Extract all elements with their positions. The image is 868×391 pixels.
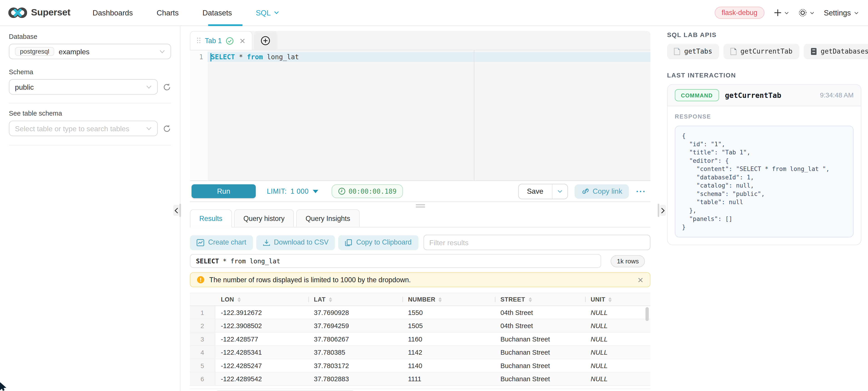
command-name: getCurrentTab bbox=[725, 91, 781, 99]
interaction-card-header: COMMAND getCurrentTab 9:34:48 AM bbox=[668, 85, 861, 106]
chevron-left-icon bbox=[175, 207, 178, 214]
page-icon bbox=[730, 48, 737, 56]
limit-value: 1 000 bbox=[290, 187, 309, 195]
editor-gutter: 1 bbox=[190, 51, 208, 181]
get-databases-button[interactable]: getDatabases bbox=[804, 44, 868, 59]
table-schema-label: See table schema bbox=[9, 110, 171, 118]
tab-query-insights[interactable]: Query Insights bbox=[296, 209, 360, 227]
nav-right-cluster: flask-debug Settings bbox=[714, 7, 859, 19]
sql-code-editor[interactable]: 1 SELECT * from long_lat bbox=[190, 51, 650, 181]
top-navigation: Superset Dashboards Charts Datasets SQL … bbox=[0, 0, 868, 26]
results-table: LON LAT NUMBER STREET UNIT bbox=[190, 293, 650, 391]
theme-menu[interactable] bbox=[798, 8, 814, 17]
tab-query-history[interactable]: Query history bbox=[234, 209, 294, 227]
get-tabs-button[interactable]: getTabs bbox=[667, 44, 719, 59]
refresh-tables-icon[interactable] bbox=[163, 124, 171, 133]
filter-results-input[interactable] bbox=[423, 235, 651, 250]
link-icon bbox=[581, 187, 589, 195]
sql-statement: SELECT * from long_lat bbox=[211, 53, 299, 62]
collapse-right-panel-button[interactable] bbox=[660, 205, 666, 216]
table-select-placeholder: Select table or type to search tables bbox=[15, 124, 129, 133]
close-warning-icon[interactable] bbox=[638, 277, 643, 283]
copy-clipboard-button[interactable]: Copy to Clipboard bbox=[338, 235, 418, 250]
limit-dropdown[interactable]: LIMIT: 1 000 bbox=[267, 187, 318, 195]
table-row[interactable]: 6 -122.4289542 37.7802883 1111 Buchanan … bbox=[190, 372, 650, 386]
schema-select[interactable]: public bbox=[9, 79, 158, 95]
sql-lab-api-panel: SQL LAB APIS getTabs getCurrentTab bbox=[666, 26, 868, 391]
get-current-tab-button[interactable]: getCurrentTab bbox=[723, 44, 799, 59]
column-header-lat[interactable]: LAT bbox=[308, 293, 402, 305]
column-header-unit[interactable]: UNIT bbox=[585, 293, 644, 305]
primary-nav: Dashboards Charts Datasets SQL bbox=[92, 9, 279, 17]
close-tab-icon[interactable] bbox=[239, 38, 245, 43]
sqllab-left-panel: Database postgresql examples Schema publ… bbox=[0, 26, 181, 391]
sun-icon bbox=[798, 8, 807, 17]
nav-datasets[interactable]: Datasets bbox=[203, 9, 232, 17]
limit-label: LIMIT: bbox=[267, 187, 287, 195]
column-header-number[interactable]: NUMBER bbox=[402, 293, 495, 305]
settings-menu[interactable]: Settings bbox=[824, 9, 859, 17]
chevron-down-icon bbox=[274, 11, 279, 14]
results-tabbar: Results Query history Query Insights bbox=[190, 209, 650, 227]
collapse-left-panel-button[interactable] bbox=[173, 205, 179, 216]
chevron-right-icon bbox=[661, 207, 665, 214]
command-badge: COMMAND bbox=[675, 89, 719, 101]
sort-icon[interactable] bbox=[329, 297, 332, 302]
response-code-block: { "id": "1", "title": "Tab 1", "editor":… bbox=[675, 126, 854, 237]
caret-down-icon bbox=[312, 190, 318, 193]
sql-lab-page: Superset Dashboards Charts Datasets SQL … bbox=[0, 0, 868, 391]
table-row[interactable]: 1 -122.3912672 37.7690928 1550 04th Stre… bbox=[190, 306, 650, 320]
save-button[interactable]: Save bbox=[519, 184, 552, 198]
editor-tab-1[interactable]: Tab 1 bbox=[190, 31, 252, 50]
horizontal-scrollbar[interactable] bbox=[190, 390, 650, 391]
sort-icon[interactable] bbox=[439, 297, 442, 302]
superset-logo[interactable]: Superset bbox=[8, 7, 70, 19]
last-interaction-heading: LAST INTERACTION bbox=[667, 72, 861, 78]
column-header-lon[interactable]: LON bbox=[215, 293, 308, 305]
table-row[interactable]: 3 -122.428577 37.7806267 1160 Buchanan S… bbox=[190, 333, 650, 346]
table-row[interactable]: 2 -122.3908502 37.7694259 1505 04th Stre… bbox=[190, 319, 650, 333]
brand-name: Superset bbox=[31, 7, 70, 19]
nav-charts[interactable]: Charts bbox=[157, 9, 179, 17]
check-circle-icon bbox=[226, 37, 234, 44]
nav-dashboards[interactable]: Dashboards bbox=[92, 9, 133, 17]
create-chart-button[interactable]: Create chart bbox=[190, 235, 253, 250]
chevron-down-icon bbox=[784, 11, 789, 14]
new-tab-button[interactable] bbox=[254, 31, 277, 50]
apis-heading: SQL LAB APIS bbox=[667, 32, 861, 38]
tab-results[interactable]: Results bbox=[190, 209, 231, 227]
database-label: Database bbox=[9, 33, 171, 40]
drag-handle-icon[interactable] bbox=[197, 38, 201, 44]
pane-resize-handle[interactable] bbox=[190, 202, 650, 209]
sort-icon[interactable] bbox=[528, 297, 532, 302]
download-icon bbox=[263, 239, 270, 246]
row-limit-warning: ! The number of rows displayed is limite… bbox=[190, 272, 650, 287]
new-item-menu[interactable] bbox=[774, 9, 789, 17]
chevron-down-icon bbox=[854, 11, 859, 14]
refresh-schemas-icon[interactable] bbox=[163, 83, 171, 91]
table-select[interactable]: Select table or type to search tables bbox=[9, 121, 158, 136]
copy-icon bbox=[345, 239, 352, 246]
scrollbar-sliver[interactable] bbox=[658, 204, 659, 217]
chart-icon bbox=[196, 239, 204, 246]
database-select[interactable]: postgresql examples bbox=[9, 44, 171, 59]
download-csv-button[interactable]: Download to CSV bbox=[256, 235, 335, 250]
more-actions-button[interactable]: ··· bbox=[636, 187, 646, 196]
chevron-down-icon bbox=[159, 50, 165, 53]
run-button[interactable]: Run bbox=[191, 184, 256, 198]
scrollbar-sliver[interactable] bbox=[179, 204, 181, 217]
table-row[interactable]: 4 -122.4285341 37.780385 1142 Buchanan S… bbox=[190, 346, 650, 359]
vertical-scrollbar[interactable] bbox=[645, 307, 649, 321]
copy-link-button[interactable]: Copy link bbox=[575, 184, 629, 198]
response-label: RESPONSE bbox=[675, 113, 854, 120]
chevron-down-icon bbox=[146, 85, 152, 89]
sort-icon[interactable] bbox=[237, 297, 241, 302]
query-preview: SELECT * from long_lat bbox=[190, 254, 601, 268]
api-buttons: getTabs getCurrentTab getDatabases bbox=[667, 44, 861, 59]
column-header-street[interactable]: STREET bbox=[495, 293, 585, 305]
clipped-table-row bbox=[190, 386, 650, 389]
save-options-button[interactable] bbox=[552, 184, 567, 198]
nav-sql[interactable]: SQL bbox=[256, 9, 279, 17]
sort-icon[interactable] bbox=[609, 297, 612, 302]
table-row[interactable]: 5 -122.4285247 37.7803172 1140 Buchanan … bbox=[190, 359, 650, 372]
